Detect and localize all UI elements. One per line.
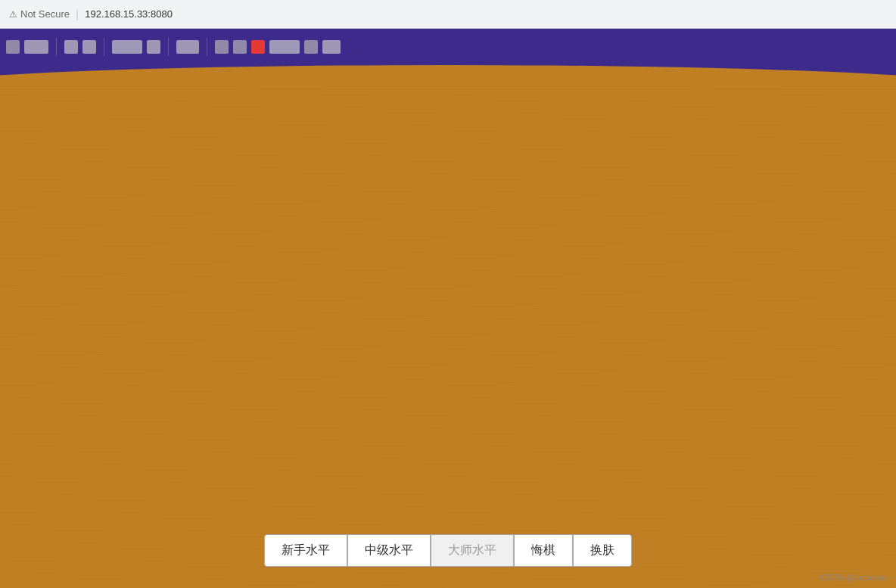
address-bar: ⚠ Not Secure | 192.168.15.33:8080 <box>0 0 896 29</box>
toolbar-item-12[interactable] <box>215 40 229 54</box>
game-area: 新手水平 中级水平 大师水平 悔棋 换肤 CSDN @raoxurou <box>0 88 896 588</box>
toolbar-item-15[interactable] <box>304 40 318 54</box>
toolbar-item-16[interactable] <box>322 40 341 54</box>
toolbar-item-5[interactable] <box>82 40 96 54</box>
master-button[interactable]: 大师水平 <box>431 534 514 567</box>
toolbar-item-13[interactable] <box>233 40 247 54</box>
lock-icon: ⚠ <box>9 9 17 20</box>
toolbar-item-8[interactable] <box>147 40 160 54</box>
toolbar-item-10[interactable] <box>176 40 199 54</box>
toolbar-item-3 <box>56 38 57 56</box>
not-secure-label: Not Secure <box>20 8 70 20</box>
beginner-button[interactable]: 新手水平 <box>264 534 347 567</box>
toolbar-item-11 <box>207 38 207 56</box>
toolbar-item-2[interactable] <box>24 40 48 54</box>
toolbar-item-6 <box>104 38 104 56</box>
url-display[interactable]: 192.168.15.33:8080 <box>85 8 173 20</box>
regret-button[interactable]: 悔棋 <box>514 534 573 567</box>
security-indicator: ⚠ Not Secure <box>9 8 70 20</box>
toolbar-item-9 <box>168 38 169 56</box>
intermediate-button[interactable]: 中级水平 <box>347 534 431 567</box>
toolbar-item-1[interactable] <box>6 40 20 54</box>
nav-toolbar <box>0 29 896 65</box>
toolbar-item-4[interactable] <box>64 40 78 54</box>
toolbar-item-red[interactable] <box>251 40 265 54</box>
bottom-controls: 新手水平 中级水平 大师水平 悔棋 换肤 <box>264 534 632 567</box>
address-separator: | <box>76 8 79 21</box>
skin-button[interactable]: 换肤 <box>573 534 632 567</box>
watermark: CSDN @raoxurou <box>820 573 887 582</box>
toolbar-item-7[interactable] <box>112 40 142 54</box>
wave-divider <box>0 65 896 88</box>
toolbar-item-14[interactable] <box>269 40 300 54</box>
